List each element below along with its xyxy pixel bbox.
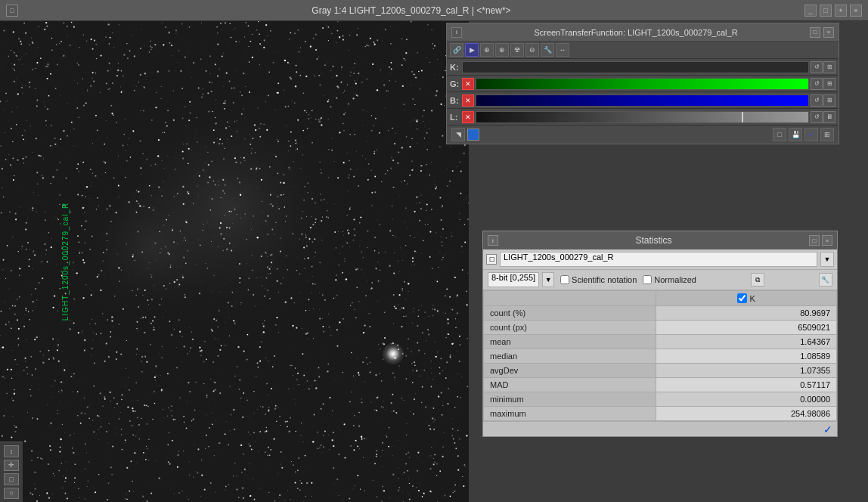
stats-file-row: ☐ LIGHT_1200s_000279_cal_R ▼: [483, 249, 837, 270]
stats-titlebar-controls: □ ×: [809, 235, 832, 246]
starfield-canvas: [0, 21, 469, 502]
image-area: LIGHT_1200s_000279_cal_R ↕ ✛ □ ○: [0, 21, 469, 502]
channel-g-x-btn[interactable]: ✕: [462, 78, 474, 90]
channel-g-fill: [476, 79, 808, 89]
channel-b-x-btn[interactable]: ✕: [462, 95, 474, 107]
stats-row-value: 6509021: [656, 321, 837, 335]
minimize-button[interactable]: _: [804, 5, 817, 17]
stats-row-label: mean: [484, 335, 656, 349]
channel-g-grid-btn[interactable]: ⊞: [823, 78, 835, 90]
close-button[interactable]: ×: [850, 5, 862, 17]
tool-circle[interactable]: ○: [4, 488, 19, 500]
table-row: avgDev1.07355: [484, 364, 837, 378]
channel-l-label: L:: [450, 113, 460, 122]
normalized-group: Normalized: [643, 275, 696, 284]
stf-zoomin-icon[interactable]: ⊕: [480, 43, 494, 57]
channel-b-reset-btn[interactable]: ↺: [811, 95, 823, 107]
stf-minimize-button[interactable]: □: [810, 27, 820, 38]
stf-titlebar: i ScreenTransferFunction: LIGHT_1200s_00…: [447, 23, 839, 42]
tool-move[interactable]: ↕: [4, 445, 19, 457]
stats-row-label: avgDev: [484, 364, 656, 378]
main-window: □ Gray 1:4 LIGHT_1200s_000279_cal_R | <*…: [0, 0, 868, 502]
stats-file-icon: ☐: [486, 254, 497, 265]
tool-rect[interactable]: □: [4, 473, 19, 485]
channel-b-grid-btn[interactable]: ⊞: [823, 95, 835, 107]
stf-link-icon[interactable]: 🔗: [450, 43, 463, 57]
stf-save-btn[interactable]: 💾: [789, 128, 802, 141]
stats-file-dropdown-arrow[interactable]: ▼: [820, 252, 834, 267]
scientific-notation-group: Scientific notation: [560, 275, 637, 284]
stats-row-value: 1.64367: [656, 335, 837, 349]
main-window-controls: _ □ + ×: [804, 5, 862, 17]
stf-panel-icon: i: [451, 27, 462, 38]
channel-row-b: B: ✕ ↺ ⊞: [447, 92, 839, 109]
stats-bit-dropdown-arrow[interactable]: ▼: [542, 272, 554, 287]
stats-panel-icon: i: [488, 235, 498, 246]
image-label-vertical: LIGHT_1200s_000279_cal_R: [61, 203, 70, 321]
tool-crosshair[interactable]: ✛: [4, 460, 19, 472]
stf-arrows-icon[interactable]: ↔: [556, 43, 569, 57]
stats-row-value: 1.07355: [656, 364, 837, 378]
stats-file-select[interactable]: LIGHT_1200s_000279_cal_R: [500, 252, 817, 267]
stf-panel: i ScreenTransferFunction: LIGHT_1200s_00…: [446, 23, 839, 144]
stats-row-label: count (px): [484, 321, 656, 335]
channel-k-fill: [463, 62, 808, 73]
channel-k-side-btns: ↺ ⊞: [811, 61, 835, 73]
stats-close-btn[interactable]: ×: [822, 235, 832, 246]
channel-l-x-btn[interactable]: ✕: [462, 111, 474, 123]
restore-button[interactable]: +: [835, 5, 847, 17]
stf-window-controls: □ ×: [810, 27, 834, 38]
stf-pointer-icon[interactable]: ▶: [465, 43, 479, 57]
stats-settings-btn[interactable]: 🔧: [819, 273, 832, 287]
stf-toolbar: 🔗 ▶ ⊕ ⊕ ☢ ⊖ 🔧 ↔: [447, 42, 839, 59]
stats-minimize-btn[interactable]: □: [809, 235, 820, 246]
channel-g-reset-btn[interactable]: ↺: [811, 78, 823, 90]
channel-b-fill: [476, 95, 808, 106]
stats-row-value: 1.08589: [656, 349, 837, 364]
stf-panel-title: ScreenTransferFunction: LIGHT_1200s_0002…: [534, 28, 737, 37]
scientific-notation-checkbox[interactable]: [560, 275, 569, 284]
stf-color-box[interactable]: [467, 129, 479, 141]
channel-k-reset-btn[interactable]: ↺: [811, 61, 823, 73]
stf-reset-all-btn[interactable]: ⊞: [820, 128, 834, 141]
channel-b-side-btns: ↺ ⊞: [811, 95, 835, 107]
stf-zoomout-icon[interactable]: ⊖: [525, 43, 539, 57]
stf-open-btn[interactable]: □: [773, 128, 786, 141]
stf-close-button[interactable]: ×: [823, 27, 834, 38]
channel-row-l: L: ✕ ↺ 🖥: [447, 109, 839, 126]
stats-ok-checkmark[interactable]: ✓: [823, 423, 832, 435]
stf-hazard-icon[interactable]: ☢: [510, 43, 524, 57]
channel-row-k: K: ↺ ⊞: [447, 59, 839, 76]
stats-copy-btn[interactable]: ⧉: [751, 273, 764, 287]
channel-k-grid-btn[interactable]: ⊞: [823, 61, 835, 73]
stats-row-label: minimum: [484, 392, 656, 407]
stats-k-checkbox[interactable]: [737, 293, 747, 303]
normalized-label: Normalized: [654, 275, 696, 284]
stf-check-btn[interactable]: ✓: [804, 128, 818, 141]
stf-bottom-right: □ 💾 ✓ ⊞: [773, 128, 834, 141]
stats-options-row: 8-bit [0,255] ▼ Scientific notation Norm…: [483, 270, 837, 290]
main-titlebar: □ Gray 1:4 LIGHT_1200s_000279_cal_R | <*…: [0, 0, 868, 21]
stf-wrench-icon[interactable]: 🔧: [541, 43, 554, 57]
channel-k-label: K:: [450, 63, 460, 72]
channel-l-reset-btn[interactable]: ↺: [811, 111, 823, 123]
stats-row-value: 80.9697: [656, 306, 837, 321]
channel-l-marker: [742, 112, 743, 122]
stf-bottom-toolbar: ◥ □ 💾 ✓ ⊞: [447, 126, 839, 144]
main-window-title: Gray 1:4 LIGHT_1200s_000279_cal_R | <*ne…: [18, 5, 804, 16]
main-window-icon: □: [6, 5, 18, 17]
maximize-button[interactable]: □: [820, 5, 832, 17]
stf-triangle-icon[interactable]: ◥: [451, 128, 465, 141]
table-row: count (px)6509021: [484, 321, 837, 335]
stats-row-value: 0.00000: [656, 392, 837, 407]
table-row: median1.08589: [484, 349, 837, 364]
normalized-checkbox[interactable]: [643, 275, 652, 284]
channel-l-monitor-btn[interactable]: 🖥: [823, 111, 835, 123]
stf-zoomin2-icon[interactable]: ⊕: [495, 43, 509, 57]
stats-row-label: median: [484, 349, 656, 364]
channel-g-label: G:: [450, 79, 460, 88]
stats-bit-select[interactable]: 8-bit [0,255]: [488, 272, 539, 287]
stats-col-k-header: K: [656, 291, 837, 306]
statistics-panel: i Statistics □ × ☐ LIGHT_1200s_000279_ca…: [482, 231, 838, 437]
channel-l-fill: [476, 112, 808, 122]
